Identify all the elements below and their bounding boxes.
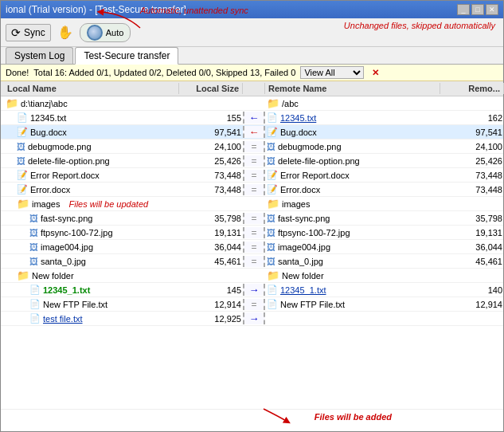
local-size-cell: 155: [179, 113, 243, 123]
remote-name-cell: 📝 Error Report.docx: [265, 170, 440, 180]
local-name-cell: 📄 12345.txt: [4, 112, 179, 123]
table-row[interactable]: 📄 12345.txt 155 ← 📄 12345.txt 162: [1, 111, 503, 125]
table-row[interactable]: 📝 Error Report.docx 73,448 = 📝 Error Rep…: [1, 168, 503, 183]
img-icon: 🖼: [267, 156, 275, 166]
tab-system-log[interactable]: System Log: [6, 47, 73, 64]
sync-arrow-right: →: [249, 312, 260, 324]
view-all-select[interactable]: View All: [300, 66, 364, 79]
title-bar: ional (Trial version) - [Test-Secure tra…: [1, 1, 503, 18]
sync-cell: =: [243, 170, 265, 181]
table-row[interactable]: 📁 d:\tianzj\abc 📁 /abc: [1, 96, 503, 111]
remote-name-cell: 🖼 delete-file-option.png: [265, 156, 440, 166]
sync-equal: =: [251, 213, 256, 224]
sync-equal: =: [251, 299, 256, 310]
sync-arrow-left: ←: [249, 126, 260, 138]
sync-equal: =: [251, 141, 256, 152]
add-annotation-svg: [216, 406, 311, 428]
files-will-be-added-annotation: Files will be added: [315, 412, 392, 422]
remote-name-cell: 🖼 santa_0.jpg: [265, 257, 440, 266]
remote-size-cell: 12,914: [440, 300, 503, 309]
toolbar: ⟳ Sync ✋ Auto Automatic, unattende: [1, 18, 503, 47]
sync-equal: =: [251, 242, 256, 253]
remote-size-cell: 45,461: [440, 257, 503, 266]
local-name-cell: 🖼 debugmode.png: [4, 142, 179, 151]
doc-icon: 📝: [17, 184, 28, 194]
remote-size-cell: 19,131: [440, 228, 503, 238]
title-text: ional (Trial version) - [Test-Secure tra…: [6, 4, 186, 15]
done-label: Done!: [6, 68, 29, 77]
col-local-name: Local Name: [4, 83, 179, 94]
remote-name-cell: 🖼 debugmode.png: [265, 142, 440, 151]
hand-icon: ✋: [57, 25, 73, 40]
table-row[interactable]: 🖼 ftpsync-100-72.jpg 19,131 = 🖼 ftpsync-…: [1, 226, 503, 240]
remote-name-cell: 🖼 image004.jpg: [265, 242, 440, 252]
sync-equal: =: [251, 170, 256, 181]
auto-badge[interactable]: Auto: [80, 23, 131, 42]
file-icon: 📄: [29, 313, 41, 324]
folder-icon: 📁: [267, 198, 279, 210]
status-bar: Done! Total 16: Added 0/1, Updated 0/2, …: [1, 65, 503, 81]
main-window: ional (Trial version) - [Test-Secure tra…: [0, 0, 504, 432]
sync-cell: =: [243, 141, 265, 152]
files-will-be-updated-annotation: Files will be updated: [68, 199, 148, 209]
remote-name-cell: 📝 Bug.docx: [265, 127, 440, 137]
sync-equal: =: [251, 184, 256, 195]
table-row[interactable]: 📁 New folder 📁 New folder: [1, 269, 503, 283]
local-size-cell: 45,461: [179, 257, 243, 266]
local-name-cell: 🖼 santa_0.jpg: [4, 257, 179, 266]
table-row[interactable]: 🖼 delete-file-option.png 25,426 = 🖼 dele…: [1, 154, 503, 168]
table-row[interactable]: 📁 images Files will be updated 📁 images: [1, 197, 503, 211]
local-size-cell: 73,448: [179, 185, 243, 194]
sync-cell: →: [243, 312, 265, 324]
remote-name-cell: 🖼 fast-sync.png: [265, 214, 440, 223]
doc-icon: 📝: [267, 127, 278, 137]
table-row[interactable]: 🖼 santa_0.jpg 45,461 = 🖼 santa_0.jpg 45,…: [1, 254, 503, 269]
remote-name-cell: 📄 12345_1.txt: [265, 285, 440, 295]
maximize-button[interactable]: □: [471, 4, 484, 15]
col-remote-name: Remote Name: [265, 83, 440, 94]
remote-size-cell: 140: [440, 285, 503, 295]
table-row[interactable]: 🖼 fast-sync.png 35,798 = 🖼 fast-sync.png…: [1, 211, 503, 226]
sync-cell: =: [243, 227, 265, 238]
table-row[interactable]: 📄 New FTP File.txt 12,914 = 📄 New FTP Fi…: [1, 297, 503, 312]
local-name-cell: 📁 New folder: [4, 269, 179, 281]
minimize-button[interactable]: _: [457, 4, 470, 15]
sync-cell: =: [243, 155, 265, 167]
table-row[interactable]: 📄 test file.txt 12,925 →: [1, 312, 503, 326]
table-row[interactable]: 🖼 debugmode.png 24,100 = 🖼 debugmode.png…: [1, 139, 503, 154]
local-size-cell: 73,448: [179, 171, 243, 180]
sync-button[interactable]: ⟳ Sync: [6, 24, 51, 41]
close-button[interactable]: ✕: [486, 4, 498, 15]
status-close-button[interactable]: ✕: [372, 68, 379, 78]
auto-icon: [87, 25, 103, 41]
remote-size-cell: 73,448: [440, 185, 503, 194]
folder-icon: 📁: [17, 269, 29, 281]
sync-icon: ⟳: [11, 26, 21, 39]
remote-size-cell: 73,448: [440, 171, 503, 180]
auto-label: Auto: [106, 28, 124, 37]
table-row[interactable]: 📝 Error.docx 73,448 = 📝 Error.docx 73,44…: [1, 183, 503, 197]
sync-cell: =: [243, 242, 265, 253]
file-icon: 📄: [267, 285, 278, 295]
table-row[interactable]: 📝 Bug.docx 97,541 ← 📝 Bug.docx 97,541: [1, 125, 503, 139]
remote-name-cell: 📁 /abc: [265, 97, 440, 109]
local-size-cell: 145: [179, 285, 243, 295]
remote-size-cell: 36,044: [440, 242, 503, 252]
remote-name-cell: 📝 Error.docx: [265, 184, 440, 194]
table-row[interactable]: 📄 12345_1.txt 145 → 📄 12345_1.txt 140: [1, 283, 503, 297]
img-icon: 🖼: [29, 257, 38, 266]
tab-test-secure[interactable]: Test-Secure transfer: [75, 47, 178, 65]
sync-cell: =: [243, 213, 265, 224]
folder-icon: 📁: [6, 97, 18, 109]
local-name-cell: 📝 Error.docx: [4, 184, 179, 194]
img-icon: 🖼: [29, 242, 38, 252]
local-size-cell: 97,541: [179, 128, 243, 137]
remote-name-cell: 🖼 ftpsync-100-72.jpg: [265, 228, 440, 238]
sync-cell: =: [243, 184, 265, 195]
sync-equal: =: [251, 227, 256, 238]
local-size-cell: 35,798: [179, 214, 243, 223]
sync-cell: =: [243, 299, 265, 310]
file-icon: 📄: [29, 299, 41, 309]
local-name-cell: 🖼 fast-sync.png: [4, 214, 179, 223]
table-row[interactable]: 🖼 image004.jpg 36,044 = 🖼 image004.jpg 3…: [1, 240, 503, 254]
